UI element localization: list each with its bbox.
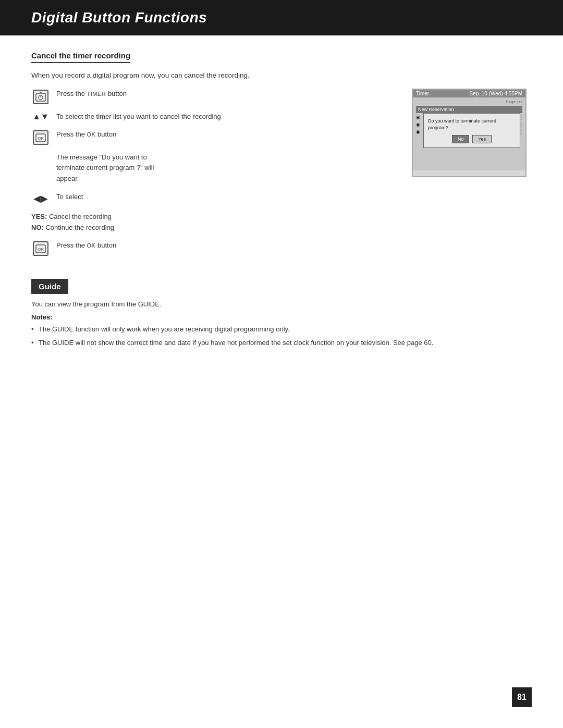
- timer-btn-graphic: [33, 90, 48, 104]
- ok-btn-graphic-2: OK: [33, 241, 48, 256]
- note-2: The GUIDE will not show the correct time…: [31, 338, 532, 348]
- tv-btn-no: No: [452, 135, 470, 143]
- main-layout: Press the Timer button ▲▼ To select the …: [31, 89, 532, 263]
- tv-title-left: Timer: [416, 91, 429, 96]
- updown-arrows-icon: ▲▼: [31, 112, 50, 121]
- tv-btn-yes: Yes: [472, 135, 492, 143]
- yes-label: YES:: [31, 213, 47, 220]
- tv-row-3-icon: ◉: [416, 129, 422, 134]
- page-title: Digital Button Functions: [31, 9, 532, 26]
- tv-titlebar: Timer Sep. 10 (Wed) 4:55PM: [413, 90, 525, 97]
- guide-text: You can view the program from the GUIDE.: [31, 300, 532, 308]
- tv-title-right: Sep. 10 (Wed) 4:55PM: [469, 91, 522, 96]
- updown-arrow-glyph: ▲▼: [32, 113, 49, 121]
- tv-row-2-icon: ◉: [416, 122, 422, 127]
- timer-button-icon: [31, 89, 50, 104]
- screen-area: Timer Sep. 10 (Wed) 4:55PM Page 1/1 New …: [412, 89, 532, 263]
- ok-button-icon-2: OK: [31, 240, 50, 256]
- ok-label-1: Ok: [87, 131, 96, 138]
- timer-icon-svg: [35, 91, 46, 103]
- note-1: The GUIDE function will only work when y…: [31, 324, 532, 335]
- step-4-row: ◀▶ To select: [31, 192, 396, 204]
- guide-section: Guide You can view the program from the …: [31, 279, 532, 348]
- section-heading: Cancel the timer recording: [31, 51, 130, 63]
- ok-icon-svg-2: OK: [35, 243, 46, 254]
- cancel-timer-section: Cancel the timer recording When you reco…: [31, 51, 532, 263]
- leftright-arrows-icon: ◀▶: [31, 192, 50, 204]
- tv-page-info: Page 1/1: [416, 100, 522, 104]
- guide-heading: Guide: [31, 279, 68, 294]
- ok-label-2: Ok: [87, 242, 96, 249]
- step-2-row: ▲▼ To select the timer list you want to …: [31, 112, 396, 122]
- step-1-text: Press the Timer button: [56, 89, 127, 99]
- page-content: Cancel the timer recording When you reco…: [0, 51, 563, 348]
- step-2-text: To select the timer list you want to can…: [56, 112, 221, 122]
- tv-row-1-icon: ◉: [416, 115, 422, 120]
- step-5-text: Press the Ok button: [56, 240, 116, 251]
- svg-text:OK: OK: [38, 136, 44, 141]
- instructions: Press the Timer button ▲▼ To select the …: [31, 89, 396, 263]
- step-3-row: OK Press the Ok button: [31, 129, 396, 145]
- tv-dialog-buttons: No Yes: [428, 135, 516, 143]
- tv-dialog-text: Do you want to terminate current program…: [428, 118, 516, 131]
- yes-no-options: YES: Cancel the recording NO: Continue t…: [31, 212, 396, 233]
- ok-icon-svg-1: OK: [35, 132, 46, 143]
- intro-text: When you record a digital program now, y…: [31, 71, 532, 79]
- ok-button-icon-1: OK: [31, 129, 50, 145]
- notes-section: Notes: The GUIDE function will only work…: [31, 313, 532, 348]
- step-5-row: OK Press the Ok button: [31, 240, 396, 256]
- leftright-arrow-glyph: ◀▶: [33, 193, 48, 204]
- ok-btn-graphic-1: OK: [33, 130, 48, 145]
- page-header: Digital Button Functions: [0, 0, 563, 35]
- no-option: NO: Continue the recording: [31, 223, 396, 233]
- no-label: NO:: [31, 224, 44, 231]
- tv-screen: Timer Sep. 10 (Wed) 4:55PM Page 1/1 New …: [412, 89, 527, 177]
- tv-dialog: Do you want to terminate current program…: [423, 113, 520, 148]
- timer-label: Timer: [87, 91, 106, 97]
- step-4-text: To select: [56, 192, 83, 202]
- step-1-row: Press the Timer button: [31, 89, 396, 104]
- tv-body: Page 1/1 New Reservation ◉ 802 Bet... ◉ …: [413, 97, 525, 170]
- notes-heading: Notes:: [31, 313, 532, 321]
- step-3-text: Press the Ok button: [56, 129, 116, 140]
- notes-list: The GUIDE function will only work when y…: [31, 324, 532, 348]
- page-number: 81: [512, 687, 532, 707]
- tv-table-header: New Reservation: [416, 106, 522, 113]
- yes-option: YES: Cancel the recording: [31, 212, 396, 223]
- svg-text:OK: OK: [38, 247, 44, 252]
- step-3-subtext: The message "Do you want toterminate cur…: [56, 152, 396, 184]
